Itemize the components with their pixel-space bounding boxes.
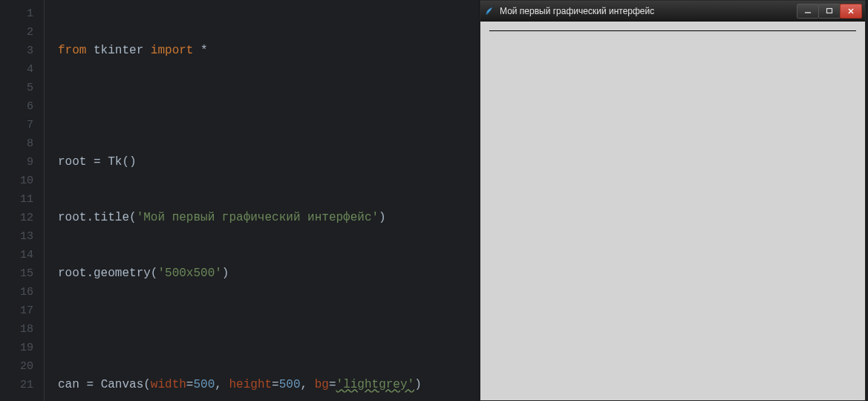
line-number-gutter: 1 2 3 4 5 6 7 8 9 10 11 12 13 14 15 16 1… xyxy=(0,0,45,401)
line-number: 11 xyxy=(0,190,44,209)
canvas-drawn-line xyxy=(489,30,856,31)
line-number: 9 xyxy=(0,153,44,172)
line-number: 17 xyxy=(0,301,44,320)
code-area[interactable]: from tkinter import * root = Tk() root.t… xyxy=(45,0,422,401)
line-number: 6 xyxy=(0,97,44,116)
line-number: 3 xyxy=(0,42,44,60)
tkinter-window[interactable]: Мой первый графический интерфейс xyxy=(480,0,866,401)
window-buttons xyxy=(797,4,862,19)
close-button[interactable] xyxy=(840,4,862,19)
maximize-button[interactable] xyxy=(818,4,841,19)
code-line xyxy=(58,320,422,339)
maximize-icon xyxy=(826,7,833,15)
minimize-icon xyxy=(804,7,812,15)
window-title: Мой первый графический интерфейс xyxy=(497,6,797,16)
code-line: root.title('Мой первый графический интер… xyxy=(58,209,422,227)
tk-client-area xyxy=(480,22,865,400)
line-number: 2 xyxy=(0,23,44,42)
close-icon xyxy=(847,7,855,15)
line-number: 5 xyxy=(0,79,44,97)
code-line: root = Tk() xyxy=(58,153,422,172)
line-number: 4 xyxy=(0,60,44,79)
line-number: 12 xyxy=(0,209,44,227)
line-number: 13 xyxy=(0,227,44,246)
line-number: 14 xyxy=(0,246,44,264)
code-line: can = Canvas(width=500, height=500, bg='… xyxy=(58,376,422,394)
line-number: 19 xyxy=(0,339,44,357)
line-number: 1 xyxy=(0,4,44,23)
titlebar[interactable]: Мой первый графический интерфейс xyxy=(480,1,865,22)
line-number: 8 xyxy=(0,134,44,153)
line-number: 7 xyxy=(0,116,44,134)
code-line: from tkinter import * xyxy=(58,42,422,60)
canvas-widget[interactable] xyxy=(482,23,864,399)
tk-feather-icon xyxy=(480,6,497,16)
minimize-button[interactable] xyxy=(797,4,819,19)
line-number: 20 xyxy=(0,357,44,376)
svg-rect-1 xyxy=(827,8,832,13)
code-line: root.geometry('500x500') xyxy=(58,264,422,283)
line-number: 18 xyxy=(0,320,44,339)
line-number: 15 xyxy=(0,264,44,283)
code-line xyxy=(58,97,422,116)
line-number: 21 xyxy=(0,376,44,394)
line-number: 10 xyxy=(0,172,44,190)
line-number: 16 xyxy=(0,283,44,301)
